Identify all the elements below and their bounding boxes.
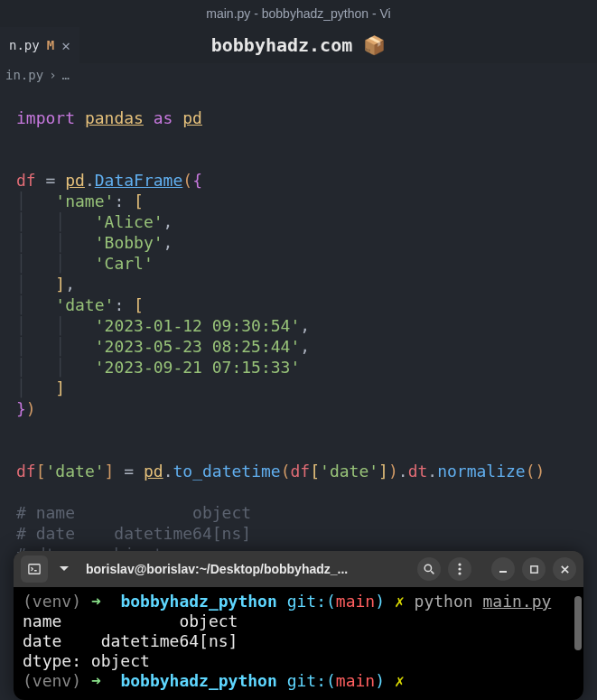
- tab-modified-indicator: M: [47, 38, 54, 52]
- terminal-search-button[interactable]: [417, 557, 441, 581]
- op-eq: =: [46, 171, 56, 190]
- attr-dt: dt: [408, 462, 428, 481]
- svg-point-3: [458, 563, 461, 565]
- bracket-close-2: ]: [55, 378, 65, 397]
- ref-pd-2: pd: [144, 462, 163, 481]
- window-titlebar: main.py - bobbyhadz_python - Vi: [0, 0, 597, 27]
- alias-pd: pd: [182, 108, 202, 127]
- key-date: 'date': [55, 295, 114, 314]
- paren-close: ): [26, 399, 36, 418]
- terminal-title: borislav@borislav:~/Desktop/bobbyhadz_..…: [80, 562, 410, 576]
- svg-point-4: [458, 567, 461, 570]
- func-dataframe: DataFrame: [95, 171, 183, 190]
- svg-rect-7: [530, 565, 536, 572]
- terminal-window: borislav@borislav:~/Desktop/bobbyhadz_..…: [14, 551, 583, 700]
- prompt-arrow-icon: ➜: [91, 592, 101, 611]
- var-df: df: [16, 171, 36, 190]
- output-line-2: date datetime64[ns]: [23, 631, 238, 650]
- breadcrumb-more: …: [62, 68, 70, 82]
- terminal-maximize-button[interactable]: [522, 557, 546, 581]
- str-date1: '2023-01-12 09:30:54': [95, 316, 301, 335]
- key-name: 'name': [55, 191, 114, 210]
- output-line-3: dtype: object: [23, 651, 150, 670]
- prompt-git: git:: [287, 592, 326, 611]
- str-date3: '2023-09-21 07:15:33': [95, 358, 301, 377]
- chevron-down-icon: [60, 566, 69, 572]
- tab-close-icon[interactable]: ✕: [61, 37, 70, 54]
- close-icon: [560, 565, 570, 574]
- breadcrumb-file: in.py: [5, 68, 43, 82]
- editor-tab-main-py[interactable]: n.py M ✕: [0, 27, 79, 63]
- brace-open: {: [192, 171, 202, 190]
- terminal-icon: [28, 563, 41, 575]
- svg-rect-0: [29, 565, 40, 574]
- prompt-dir: bobbyhadz_python: [120, 592, 276, 611]
- prompt-venv: (venv): [23, 592, 81, 611]
- cmd-file: main.py: [482, 592, 551, 611]
- var-df-2: df: [16, 462, 36, 481]
- kw-as: as: [154, 108, 173, 127]
- func-to-datetime: to_datetime: [173, 462, 280, 481]
- prompt-branch: main: [336, 592, 375, 611]
- brace-close: }: [16, 399, 26, 418]
- breadcrumb[interactable]: in.py › …: [0, 63, 597, 87]
- tab-bar: n.py M ✕ bobbyhadz.com 📦: [0, 27, 597, 63]
- terminal-header[interactable]: borislav@borislav:~/Desktop/bobbyhadz_..…: [14, 551, 583, 587]
- tab-filename: n.py: [9, 38, 40, 52]
- str-carl: 'Carl': [95, 254, 154, 273]
- bracket-open-2: [: [134, 295, 144, 314]
- comment-2: # date datetime64[ns]: [16, 524, 251, 543]
- svg-line-2: [431, 571, 434, 574]
- output-line-1: name object: [23, 611, 238, 630]
- terminal-close-button[interactable]: [553, 557, 576, 581]
- search-icon: [424, 564, 435, 575]
- func-normalize: normalize: [437, 462, 526, 481]
- str-alice: 'Alice': [95, 212, 163, 231]
- kw-import: import: [16, 108, 75, 127]
- ref-pd: pd: [65, 171, 85, 190]
- terminal-minimize-button[interactable]: [491, 557, 515, 581]
- maximize-icon: [529, 565, 539, 574]
- str-date2: '2023-05-23 08:25:44': [95, 337, 301, 356]
- terminal-menu-button[interactable]: [448, 557, 471, 581]
- watermark-overlay: bobbyhadz.com 📦: [211, 34, 387, 56]
- kebab-menu-icon: [458, 563, 462, 575]
- str-bobby: 'Bobby': [95, 233, 163, 252]
- bracket-close: ]: [55, 275, 65, 294]
- svg-point-1: [424, 565, 431, 571]
- bracket-open: [: [134, 191, 144, 210]
- minimize-icon: [498, 564, 508, 574]
- terminal-output[interactable]: (venv) ➜ bobbyhadz_python git:(main) ✗ p…: [14, 587, 583, 700]
- breadcrumb-separator-icon: ›: [49, 68, 56, 82]
- cmd-python: python: [415, 592, 473, 611]
- terminal-new-tab-button[interactable]: [21, 555, 48, 583]
- terminal-dropdown-button[interactable]: [55, 555, 73, 583]
- svg-point-5: [458, 572, 461, 574]
- terminal-scrollbar[interactable]: [574, 596, 582, 650]
- comment-1: # name object: [16, 503, 251, 522]
- paren-open: (: [182, 171, 192, 190]
- module-pandas: pandas: [85, 108, 144, 127]
- code-editor[interactable]: import pandas as pd df = pd.DataFrame({ …: [0, 87, 597, 585]
- prompt-dirty-icon: ✗: [395, 592, 405, 611]
